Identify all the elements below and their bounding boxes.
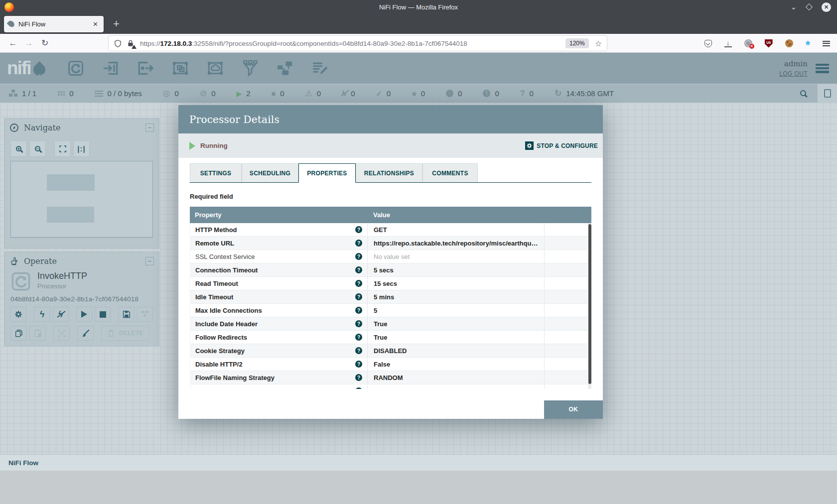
help-icon[interactable]: ? — [355, 240, 362, 247]
window-maximize-icon[interactable] — [806, 3, 813, 10]
upload-template-button[interactable] — [137, 307, 153, 322]
property-row[interactable]: Idle Timeout ? 5 mins — [190, 290, 591, 304]
url-host: 172.18.0.3 — [160, 40, 192, 47]
save-template-button[interactable] — [118, 307, 134, 322]
add-input-port-icon[interactable] — [102, 60, 119, 77]
navigate-collapse-button[interactable]: − — [145, 124, 154, 132]
add-template-icon[interactable] — [277, 60, 293, 77]
help-icon[interactable]: ? — [355, 293, 362, 300]
lock-icon[interactable] — [127, 39, 135, 48]
birdseye-minimap[interactable] — [10, 161, 153, 238]
url-bar[interactable]: https://172.18.0.3:32558/nifi/?processGr… — [109, 36, 607, 51]
property-row[interactable]: Connection Timeout ? 5 secs — [190, 263, 591, 277]
property-row[interactable]: Include Date Header ? True — [190, 317, 591, 331]
browser-menu-icon[interactable] — [823, 41, 830, 46]
property-row[interactable]: Max Idle Connections ? 5 — [190, 304, 591, 317]
status-refresh[interactable]: ↻14:45:08 GMT — [555, 88, 614, 99]
zoom-actual-size-button[interactable]: |:| — [73, 140, 90, 157]
reload-button[interactable]: ↻ — [37, 38, 53, 48]
logout-link[interactable]: LOG OUT — [779, 70, 808, 77]
window-close-icon[interactable]: ✕ — [822, 2, 831, 12]
add-output-port-icon[interactable] — [137, 60, 154, 77]
help-icon[interactable]: ? — [355, 374, 362, 381]
help-icon[interactable]: ? — [355, 280, 362, 287]
ublock-extension-icon[interactable]: U0 — [765, 39, 773, 48]
downloads-icon[interactable]: ↓ — [724, 40, 732, 47]
start-button[interactable] — [76, 307, 92, 322]
status-running: ▶2 — [237, 89, 251, 98]
tab-settings[interactable]: SETTINGS — [190, 163, 242, 182]
property-name: Include Date Header — [195, 320, 258, 328]
property-row[interactable]: Cookie Strategy ? DISABLED — [190, 344, 591, 358]
help-icon[interactable]: ? — [355, 347, 362, 354]
add-remote-process-group-icon[interactable] — [207, 60, 224, 77]
refresh-icon[interactable]: ↻ — [555, 88, 561, 99]
help-icon[interactable]: ? — [355, 253, 362, 260]
pocket-icon[interactable] — [704, 40, 712, 47]
status-transmitting: ◎0 — [163, 89, 179, 98]
browser-tabbar: NiFi Flow ✕ + — [0, 14, 837, 34]
zoom-out-button[interactable]: − — [29, 140, 46, 157]
disabled-icon: ϟ — [342, 89, 346, 98]
tab-relationships[interactable]: RELATIONSHIPS — [356, 163, 422, 182]
tracking-shield-icon[interactable] — [114, 39, 122, 48]
property-row[interactable]: Follow Redirects ? True — [190, 331, 591, 344]
property-row[interactable]: SSL Context Service ? No value set — [190, 250, 591, 263]
add-label-icon[interactable] — [311, 60, 328, 77]
configure-button[interactable] — [10, 307, 26, 322]
enable-button[interactable]: ϟ — [34, 307, 50, 322]
zoom-in-button[interactable]: + — [10, 140, 27, 157]
breadcrumb-root[interactable]: NiFi Flow — [8, 459, 38, 467]
tab-comments[interactable]: COMMENTS — [422, 163, 478, 182]
paste-button[interactable] — [29, 326, 46, 341]
ok-button[interactable]: OK — [544, 400, 603, 419]
property-row[interactable]: FlowFile Naming Strategy ? RANDOM — [190, 371, 591, 384]
status-invalid-count: 0 — [317, 89, 321, 98]
forward-button[interactable]: → — [21, 38, 37, 48]
stop-and-configure-button[interactable]: STOP & CONFIGURE — [525, 141, 598, 150]
property-row[interactable]: Remote URL ? https://repo.stackable.tech… — [190, 237, 591, 250]
tab-properties[interactable]: PROPERTIES — [298, 163, 356, 183]
property-row[interactable]: Read Timeout ? 15 secs — [190, 277, 591, 290]
search-icon[interactable] — [800, 90, 806, 96]
property-row[interactable]: Disable HTTP/2 ? False — [190, 358, 591, 371]
window-minimize-icon[interactable]: ⌄ — [790, 4, 797, 9]
add-processor-icon[interactable] — [67, 60, 84, 77]
back-button[interactable]: ← — [5, 38, 21, 48]
help-icon[interactable]: ? — [355, 307, 362, 314]
disable-button[interactable]: ϟ — [53, 307, 69, 322]
stop-button[interactable] — [95, 307, 111, 322]
property-row[interactable]: HTTP Method ? GET — [190, 223, 591, 237]
help-icon[interactable]: ? — [355, 334, 362, 341]
copy-button[interactable] — [10, 326, 27, 341]
color-button[interactable] — [77, 326, 94, 341]
zoom-fit-button[interactable] — [54, 140, 71, 157]
help-icon[interactable]: ? — [355, 226, 362, 233]
new-tab-button[interactable]: + — [113, 19, 120, 29]
tab-scheduling[interactable]: SCHEDULING — [242, 163, 298, 182]
help-icon[interactable]: ? — [355, 361, 362, 368]
global-menu-icon[interactable] — [816, 64, 829, 73]
delete-button[interactable]: DELETE — [101, 326, 149, 341]
account-globe-icon[interactable]: ✕ — [744, 39, 752, 47]
help-icon[interactable]: ? — [355, 266, 362, 273]
scrollbar-thumb[interactable] — [588, 224, 591, 384]
tab-close-icon[interactable]: ✕ — [92, 20, 99, 28]
status-stopped-count: 0 — [280, 89, 284, 98]
add-process-group-icon[interactable] — [172, 60, 189, 77]
bookmark-star-icon[interactable]: ☆ — [595, 39, 602, 48]
help-icon[interactable]: ? — [355, 387, 362, 389]
cookie-extension-icon[interactable] — [785, 39, 793, 47]
operate-collapse-button[interactable]: − — [145, 257, 154, 265]
property-name: Max Idle Connections — [195, 307, 262, 314]
help-icon[interactable]: ? — [355, 320, 362, 327]
property-row[interactable]: Proxy Configuration Service ? No value s… — [190, 384, 591, 389]
status-history-toggle[interactable] — [817, 84, 837, 103]
table-scrollbar[interactable] — [588, 223, 591, 389]
asterisk-extension-icon[interactable]: * — [806, 43, 810, 48]
group-button[interactable] — [53, 326, 70, 341]
dialog-footer: OK — [178, 398, 603, 419]
add-funnel-icon[interactable] — [242, 60, 259, 77]
browser-tab[interactable]: NiFi Flow ✕ — [4, 16, 104, 32]
page-zoom-badge[interactable]: 120% — [565, 38, 589, 48]
